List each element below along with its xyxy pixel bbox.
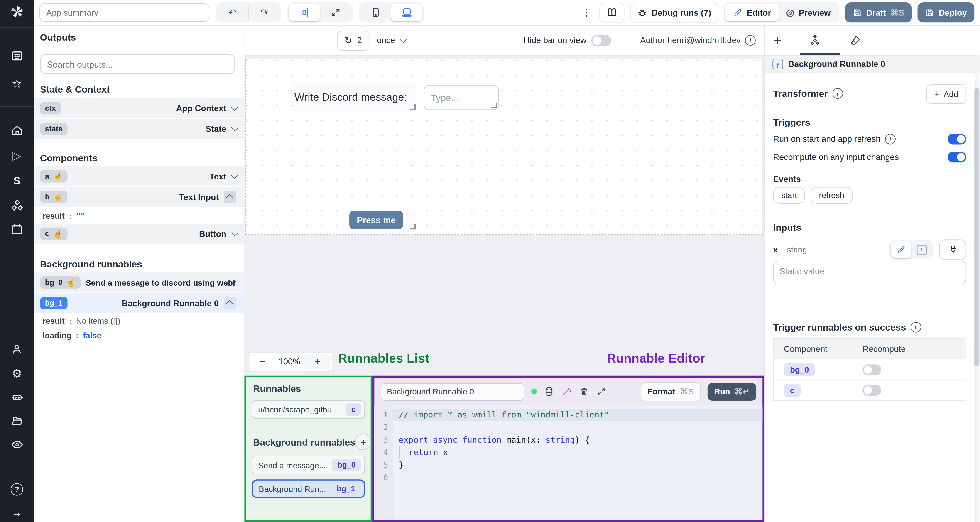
static-value-input[interactable] — [773, 261, 966, 285]
event-chip-refresh[interactable]: refresh — [811, 187, 852, 204]
debug-runs-label: Debug runs (7) — [652, 8, 711, 17]
debug-runs-button[interactable]: Debug runs (7) — [630, 2, 718, 23]
fullwidth-expand-icon[interactable] — [320, 4, 352, 21]
info-icon[interactable]: i — [745, 35, 756, 46]
expand-icon[interactable] — [596, 387, 606, 396]
result-key: result — [43, 316, 65, 325]
app-canvas[interactable]: Write Discord message: Type... Press me — [245, 59, 762, 235]
output-row-state[interactable]: state State — [34, 118, 244, 139]
runnable-item-badge: c — [346, 403, 361, 415]
home-icon[interactable] — [9, 123, 24, 138]
user-icon[interactable] — [9, 342, 24, 357]
tab-preview[interactable]: ◎ Preview — [778, 4, 838, 21]
chevron-down-icon[interactable] — [231, 103, 238, 111]
chevron-down-icon[interactable] — [231, 172, 238, 179]
deploy-button[interactable]: Deploy — [917, 3, 974, 22]
audit-eye-icon[interactable] — [9, 437, 24, 452]
info-icon[interactable]: i — [885, 134, 896, 145]
redo-icon[interactable]: ↷ — [249, 4, 280, 21]
mobile-view-icon[interactable] — [360, 4, 391, 21]
collapse-arrow-icon[interactable]: → — [9, 506, 24, 520]
bg0-row[interactable]: bg_0☝ Send a message to discord using we… — [34, 272, 244, 293]
ai-wand-icon[interactable] — [561, 386, 572, 397]
bg1-loading-row[interactable]: loading : false — [34, 328, 244, 342]
runnable-item-badge: bg_1 — [331, 482, 361, 495]
component-row-b[interactable]: b☝ Text Input — [34, 186, 244, 207]
run-on-start-toggle[interactable] — [948, 134, 966, 145]
docs-book-button[interactable] — [599, 2, 624, 23]
expression-mode-icon[interactable]: ƒ — [911, 241, 932, 258]
apps-icon[interactable] — [9, 48, 24, 63]
chevron-up-icon[interactable] — [224, 191, 236, 203]
code-lines[interactable]: // import * as wmill from "windmill-clie… — [393, 405, 762, 520]
text-input-component[interactable]: Type... — [424, 85, 499, 110]
add-background-runnable-button[interactable]: + — [355, 434, 372, 450]
search-outputs-input[interactable] — [40, 54, 235, 74]
runnable-name-input[interactable] — [381, 383, 525, 400]
runs-play-icon[interactable]: ▷ — [9, 148, 24, 163]
text-component[interactable]: Write Discord message: — [293, 83, 417, 111]
run-button[interactable]: Run ⌘↵ — [707, 383, 756, 400]
runnable-item-bg1-selected[interactable]: Background Run... bg_1 — [252, 479, 365, 498]
component-settings-tab-icon[interactable] — [809, 34, 821, 46]
chevron-down-icon[interactable] — [231, 124, 238, 131]
add-transformer-button[interactable]: + Add — [926, 84, 966, 103]
connect-plug-icon[interactable] — [939, 239, 966, 260]
component-row-a[interactable]: a☝ Text — [34, 166, 244, 186]
chevron-down-icon[interactable] — [231, 229, 238, 236]
workers-robot-icon[interactable] — [9, 389, 24, 404]
code-editor[interactable]: 1 2 3 4 5 6 // import * as wmill from "w — [374, 405, 762, 520]
resize-handle[interactable] — [410, 224, 415, 229]
schedules-calendar-icon[interactable] — [9, 222, 24, 237]
recompute-toggle[interactable] — [948, 152, 966, 162]
resize-handle[interactable] — [410, 104, 415, 110]
output-row-ctx[interactable]: ctx App Context — [34, 97, 244, 118]
press-me-button[interactable]: Press me — [349, 210, 403, 229]
runnable-item-c[interactable]: u/henri/scrape_githu... c — [252, 400, 365, 419]
b-result-row[interactable]: result : "" — [34, 208, 244, 223]
resize-handle[interactable] — [492, 103, 497, 108]
styling-brush-tab-icon[interactable] — [849, 34, 861, 46]
insert-component-tab-plus-icon[interactable]: + — [774, 33, 781, 48]
zoom-out-button[interactable]: − — [249, 353, 275, 371]
format-button[interactable]: Format ⌘S — [641, 382, 700, 401]
runnable-item-bg0[interactable]: Send a message... bg_0 — [252, 455, 365, 474]
hide-bar-group: Hide bar on view — [523, 35, 611, 46]
database-icon[interactable] — [544, 386, 554, 397]
windmill-logo-icon[interactable] — [9, 5, 24, 20]
delete-trash-icon[interactable] — [579, 386, 589, 397]
event-chip-start[interactable]: start — [773, 187, 805, 204]
zoom-control: − 100% + — [249, 352, 332, 371]
hide-bar-toggle[interactable] — [592, 35, 611, 46]
help-icon[interactable]: ? — [9, 482, 24, 497]
zoom-in-button[interactable]: + — [304, 354, 331, 369]
static-mode-pencil-icon[interactable] — [891, 241, 911, 258]
resources-cubes-icon[interactable] — [9, 198, 24, 213]
component-row-c[interactable]: c☝ Button — [34, 223, 244, 244]
chevron-up-icon[interactable] — [224, 297, 236, 309]
settings-gear-icon[interactable]: ⚙ — [9, 366, 24, 381]
kebab-menu-icon[interactable]: ⋮ — [579, 7, 593, 18]
tab-editor[interactable]: Editor — [725, 4, 778, 21]
desktop-view-icon[interactable] — [391, 4, 423, 21]
frequency-select[interactable]: once — [377, 36, 406, 45]
bg1-result-row[interactable]: result : No items ([]) — [34, 314, 244, 328]
center-align-icon[interactable] — [289, 4, 320, 21]
draft-button[interactable]: Draft ⌘S — [845, 3, 912, 22]
component-badge[interactable]: bg_0 — [784, 363, 815, 376]
favorites-star-icon[interactable]: ☆ — [9, 76, 24, 91]
recompute-toggle-c[interactable] — [862, 385, 881, 395]
recompute-column-header: Recompute — [862, 344, 905, 353]
bg1-row-selected[interactable]: bg_1 Background Runnable 0 — [34, 293, 244, 313]
info-icon[interactable]: i — [832, 88, 843, 99]
info-icon[interactable]: i — [910, 322, 921, 333]
variables-dollar-icon[interactable]: $ — [9, 173, 24, 188]
folders-icon[interactable] — [9, 413, 24, 428]
scrollbar-thumb[interactable] — [974, 88, 979, 366]
recompute-toggle-bg0[interactable] — [862, 364, 881, 375]
app-summary-input[interactable] — [40, 3, 209, 22]
component-badge[interactable]: c — [784, 384, 801, 396]
refresh-count-button[interactable]: ↻ 2 — [337, 30, 369, 50]
undo-icon[interactable]: ↶ — [217, 4, 248, 21]
chevron-down-icon — [400, 36, 407, 43]
